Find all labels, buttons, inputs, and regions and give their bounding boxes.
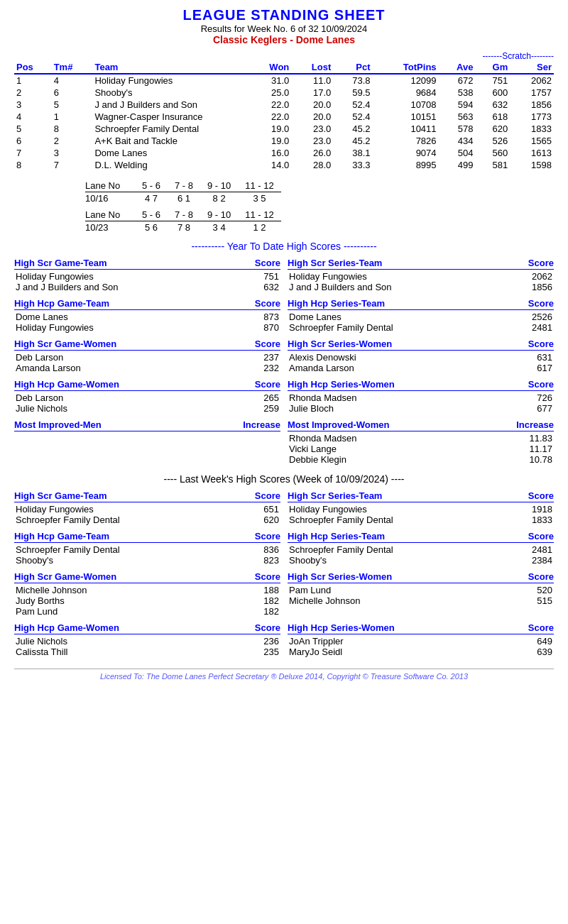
col-won: Won bbox=[248, 61, 291, 74]
lw-high_hcp_series_team-header: High Hcp Series-TeamScore bbox=[288, 531, 554, 543]
ytd-high_scr_game_women-label: High Scr Game-Women bbox=[14, 339, 116, 349]
lane-col-2-h4: 11 - 12 bbox=[238, 209, 280, 221]
won-cell: 22.0 bbox=[248, 111, 291, 123]
ave-cell: 538 bbox=[439, 87, 476, 99]
score-name: J and J Builders and Son bbox=[16, 282, 251, 292]
score-row: Dome Lanes2526 bbox=[288, 312, 554, 322]
league-name: Classic Keglers - Dome Lanes bbox=[14, 34, 554, 45]
ytd-high_scr_game_team-header: High Scr Game-TeamScore bbox=[14, 258, 280, 270]
totpins-cell: 7826 bbox=[373, 135, 439, 147]
won-cell: 19.0 bbox=[248, 123, 291, 135]
gm-cell: 618 bbox=[475, 111, 510, 123]
ytd-high_hcp_series_women-header: High Hcp Series-WomenScore bbox=[288, 379, 554, 391]
ytd-high_hcp_game_team: High Hcp Game-TeamScoreDome Lanes873Holi… bbox=[14, 298, 280, 333]
score-name: Schroepfer Family Dental bbox=[289, 544, 524, 555]
lw-high_scr_game_team-score-label: Score bbox=[255, 490, 280, 501]
score-name: Vicki Lange bbox=[289, 444, 524, 454]
ytd-row: High Hcp Game-TeamScoreDome Lanes873Holi… bbox=[14, 298, 554, 333]
lw-row: High Scr Game-TeamScoreHoliday Fungowies… bbox=[14, 490, 554, 525]
score-name: Michelle Johnson bbox=[16, 585, 251, 595]
score-name: Holiday Fungowies bbox=[289, 271, 524, 282]
lane-val-2-1: 5 6 bbox=[135, 221, 168, 234]
ytd-most_improved_men-score-label: Increase bbox=[243, 419, 280, 430]
score-value: 751 bbox=[251, 271, 279, 282]
ytd-high_hcp_series_women: High Hcp Series-WomenScoreRhonda Madsen7… bbox=[288, 379, 554, 414]
score-name: J and J Builders and Son bbox=[289, 282, 524, 292]
score-value: 632 bbox=[251, 282, 279, 292]
lane-no-label-1: Lane No bbox=[85, 180, 135, 192]
score-row: Deb Larson265 bbox=[14, 392, 280, 403]
score-name: Schroepfer Family Dental bbox=[16, 544, 251, 555]
ytd-high_scr_series_women-label: High Scr Series-Women bbox=[288, 339, 392, 349]
score-row: Shooby's823 bbox=[14, 555, 280, 566]
lw-high_scr_series_women-score-label: Score bbox=[528, 571, 554, 582]
lw-high_scr_game_team-label: High Scr Game-Team bbox=[14, 490, 107, 501]
lane-val-2-4: 1 2 bbox=[238, 221, 280, 234]
team-cell: J and J Builders and Son bbox=[92, 99, 248, 111]
score-row: Rhonda Madsen11.83 bbox=[288, 433, 554, 444]
lane-val-1-3: 8 2 bbox=[200, 192, 238, 205]
lw-high_scr_series_team-header: High Scr Series-TeamScore bbox=[288, 490, 554, 502]
score-value: 823 bbox=[251, 555, 279, 566]
ytd-high_scr_series_team-score-label: Score bbox=[528, 258, 554, 268]
won-cell: 14.0 bbox=[248, 159, 291, 171]
score-row: Pam Lund182 bbox=[14, 606, 280, 617]
team-cell: A+K Bait and Tackle bbox=[92, 135, 248, 147]
score-value: 2062 bbox=[524, 271, 552, 282]
score-value: 677 bbox=[524, 403, 552, 414]
gm-cell: 632 bbox=[475, 99, 510, 111]
lane-col-1-h1: 5 - 6 bbox=[135, 180, 168, 192]
lane-col-1-h4: 11 - 12 bbox=[238, 180, 280, 192]
ytd-high_hcp_series_team: High Hcp Series-TeamScoreDome Lanes2526S… bbox=[288, 298, 554, 333]
pos-cell: 7 bbox=[14, 147, 52, 159]
score-value: 265 bbox=[251, 392, 279, 403]
score-value: 232 bbox=[251, 363, 279, 373]
gm-cell: 560 bbox=[475, 147, 510, 159]
score-row: Vicki Lange11.17 bbox=[288, 444, 554, 454]
lost-cell: 20.0 bbox=[291, 111, 333, 123]
lw-high_scr_series_women-header: High Scr Series-WomenScore bbox=[288, 571, 554, 583]
table-row: 8 7 D.L. Welding 14.0 28.0 33.3 8995 499… bbox=[14, 159, 554, 171]
score-name: Calissta Thill bbox=[16, 647, 251, 657]
score-row: Julie Nichols259 bbox=[14, 403, 280, 414]
score-row: Michelle Johnson188 bbox=[14, 585, 280, 595]
ytd-row: High Scr Game-TeamScoreHoliday Fungowies… bbox=[14, 258, 554, 292]
score-value: 515 bbox=[524, 595, 552, 606]
score-value: 2481 bbox=[524, 322, 552, 333]
lane-assignment-1: Lane No 5 - 6 7 - 8 9 - 10 11 - 12 10/16… bbox=[85, 180, 281, 204]
lw-high_scr_game_team: High Scr Game-TeamScoreHoliday Fungowies… bbox=[14, 490, 280, 525]
ave-cell: 594 bbox=[439, 99, 476, 111]
lane-val-1-2: 6 1 bbox=[168, 192, 200, 205]
col-ser: Ser bbox=[510, 61, 554, 74]
lost-cell: 17.0 bbox=[291, 87, 333, 99]
ytd-high_hcp_series_women-score-label: Score bbox=[528, 379, 554, 390]
won-cell: 22.0 bbox=[248, 99, 291, 111]
score-value: 11.17 bbox=[524, 444, 552, 454]
lw-high_scr_game_women-header: High Scr Game-WomenScore bbox=[14, 571, 280, 583]
team-cell: Holiday Fungowies bbox=[92, 74, 248, 87]
team-cell: D.L. Welding bbox=[92, 159, 248, 171]
score-row: Holiday Fungowies2062 bbox=[288, 271, 554, 282]
table-row: 1 4 Holiday Fungowies 31.0 11.0 73.8 120… bbox=[14, 74, 554, 87]
score-name: Deb Larson bbox=[16, 392, 251, 403]
team-cell: Schroepfer Family Dental bbox=[92, 123, 248, 135]
pos-cell: 3 bbox=[14, 99, 52, 111]
score-name: Pam Lund bbox=[289, 585, 524, 595]
ser-cell: 1598 bbox=[510, 159, 554, 171]
ave-cell: 563 bbox=[439, 111, 476, 123]
footer: Licensed To: The Dome Lanes Perfect Secr… bbox=[14, 669, 554, 681]
lost-cell: 11.0 bbox=[291, 74, 333, 87]
ytd-high_scr_game_women-score-label: Score bbox=[255, 339, 280, 349]
lw-high_hcp_game_women: High Hcp Game-WomenScoreJulie Nichols236… bbox=[14, 622, 280, 657]
score-row: Schroepfer Family Dental2481 bbox=[288, 544, 554, 555]
col-gm: Gm bbox=[475, 61, 510, 74]
ave-cell: 504 bbox=[439, 147, 476, 159]
ytd-most_improved_women-header: Most Improved-WomenIncrease bbox=[288, 419, 554, 431]
pos-cell: 5 bbox=[14, 123, 52, 135]
score-name: Rhonda Madsen bbox=[289, 433, 524, 444]
team-cell: Wagner-Casper Insurance bbox=[92, 111, 248, 123]
ytd-most_improved_women-label: Most Improved-Women bbox=[288, 419, 390, 430]
lost-cell: 23.0 bbox=[291, 123, 333, 135]
lost-cell: 20.0 bbox=[291, 99, 333, 111]
score-value: 237 bbox=[251, 352, 279, 363]
